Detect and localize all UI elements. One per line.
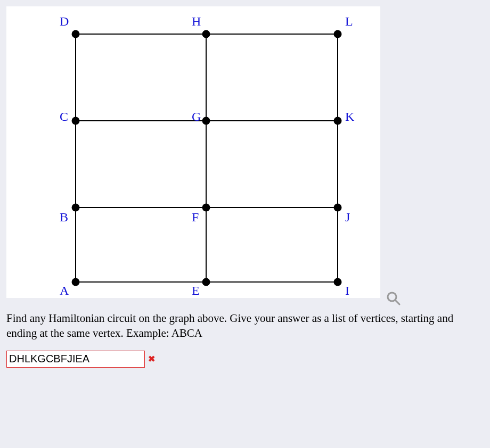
graph-node-E <box>202 278 210 286</box>
graph-node-H <box>202 30 210 38</box>
graph-label-J: J <box>345 210 350 224</box>
zoom-icon[interactable] <box>386 291 402 306</box>
graph-label-D: D <box>60 14 69 28</box>
answer-input[interactable] <box>6 351 145 368</box>
question-text: Find any Hamiltonian circuit on the grap… <box>6 311 483 341</box>
graph-label-C: C <box>60 110 68 123</box>
graph-label-E: E <box>192 284 200 297</box>
graph-node-L <box>334 30 342 38</box>
graph-label-A: A <box>60 284 69 297</box>
graph-node-C <box>72 117 80 125</box>
graph-node-B <box>72 204 80 212</box>
graph-node-K <box>334 117 342 125</box>
graph-label-B: B <box>60 210 68 224</box>
graph-label-I: I <box>345 284 349 297</box>
graph-node-D <box>72 30 80 38</box>
graph-label-G: G <box>192 110 201 123</box>
graph-node-I <box>334 278 342 286</box>
graph-diagram: DHLCGKBFJAEI <box>6 6 380 298</box>
graph-node-J <box>334 204 342 212</box>
graph-node-G <box>202 117 210 125</box>
graph-label-H: H <box>192 14 201 28</box>
incorrect-icon: ✖ <box>148 354 155 364</box>
svg-line-1 <box>395 300 399 304</box>
graph-label-K: K <box>345 110 355 123</box>
graph-node-F <box>202 204 210 212</box>
graph-node-A <box>72 278 80 286</box>
graph-label-L: L <box>345 14 353 28</box>
graph-label-F: F <box>192 210 199 224</box>
answer-row: ✖ <box>6 351 484 368</box>
